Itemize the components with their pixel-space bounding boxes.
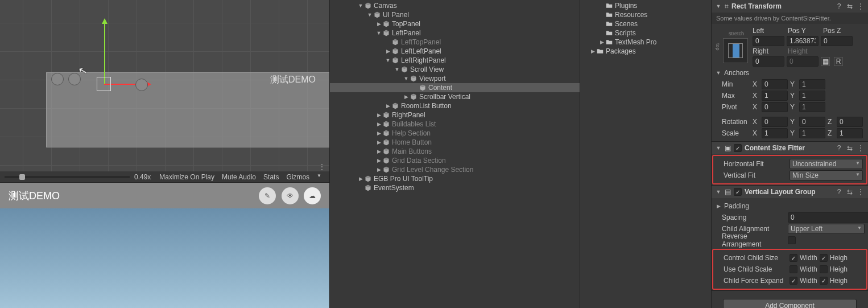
project-item[interactable]: Scenes <box>580 19 711 28</box>
hierarchy-item[interactable]: EGB Pro UI ToolTip <box>330 174 580 183</box>
usescale-height-checkbox[interactable] <box>820 265 828 273</box>
right-field[interactable] <box>753 56 784 67</box>
help-icon[interactable]: ? <box>835 188 843 196</box>
rot-y[interactable] <box>799 117 825 127</box>
mute-audio-button[interactable]: Mute Audio <box>218 172 259 182</box>
expand-width-checkbox[interactable] <box>790 277 797 285</box>
foldout-icon[interactable] <box>375 112 382 118</box>
hierarchy-item[interactable]: Canvas <box>330 1 580 10</box>
project-item[interactable]: Plugins <box>580 1 711 10</box>
usescale-width-checkbox[interactable] <box>790 265 797 273</box>
menu-icon[interactable]: ⋮ <box>857 144 865 152</box>
project-item[interactable]: TextMesh Pro <box>580 38 711 47</box>
foldout-icon[interactable] <box>715 189 722 195</box>
scale-x[interactable] <box>762 128 788 138</box>
height-field[interactable] <box>787 56 819 67</box>
foldout-icon[interactable] <box>394 67 400 72</box>
vertical-fit-dropdown[interactable]: Min Size <box>790 170 863 180</box>
hierarchy-item[interactable]: Grid Level Change Section <box>330 165 580 174</box>
preset-icon[interactable]: ⇆ <box>846 188 854 196</box>
foldout-icon[interactable] <box>375 121 382 127</box>
hierarchy-item[interactable]: LeftRightPanel <box>330 56 580 65</box>
foldout-icon[interactable] <box>375 130 382 136</box>
project-item[interactable]: Resources <box>580 10 711 19</box>
pivot-x[interactable] <box>762 102 788 112</box>
gizmo-center[interactable] <box>97 77 111 91</box>
menu-icon[interactable]: ⋮ <box>857 2 865 10</box>
foldout-icon[interactable] <box>375 158 382 163</box>
foldout-icon[interactable] <box>598 39 605 45</box>
game-view[interactable]: 测试DEMO ✎ 👁 ☁ <box>0 183 329 308</box>
hierarchy-item[interactable]: Buildables List <box>330 120 580 129</box>
foldout-icon[interactable] <box>375 149 382 154</box>
control-width-checkbox[interactable] <box>790 254 797 262</box>
anchor-min-y[interactable] <box>799 79 825 89</box>
posy-field[interactable] <box>787 36 819 46</box>
scale-y[interactable] <box>799 128 825 138</box>
hierarchy-item[interactable]: Content <box>330 83 580 92</box>
hierarchy-item[interactable]: Grid Data Section <box>330 156 580 165</box>
foldout-icon[interactable] <box>385 48 391 54</box>
maximize-on-play-button[interactable]: Maximize On Play <box>156 172 218 182</box>
anchor-preset-button[interactable] <box>723 38 748 63</box>
foldout-icon[interactable] <box>715 145 722 151</box>
foldout-icon[interactable] <box>375 30 382 36</box>
hierarchy-item[interactable]: Scrollbar Vertical <box>330 92 580 101</box>
hierarchy-item[interactable]: RightPanel <box>330 110 580 120</box>
control-height-checkbox[interactable] <box>820 254 828 262</box>
hierarchy-item[interactable]: LeftTopPanel <box>330 38 580 47</box>
add-component-button[interactable]: Add Component <box>723 299 857 308</box>
spacing-field[interactable] <box>788 212 868 223</box>
foldout-icon[interactable] <box>403 94 410 100</box>
hierarchy-item[interactable]: LeftLeftPanel <box>330 47 580 56</box>
foldout-icon[interactable] <box>385 58 391 63</box>
component-enabled-checkbox[interactable] <box>734 144 742 152</box>
anchor-max-y[interactable] <box>799 91 825 101</box>
foldout-icon[interactable] <box>357 176 364 182</box>
foldout-icon[interactable] <box>375 21 382 27</box>
rot-x[interactable] <box>762 117 788 127</box>
hierarchy-item[interactable]: TopPanel <box>330 19 580 28</box>
gizmos-button[interactable]: Gizmos <box>283 172 313 182</box>
foldout-icon[interactable] <box>375 139 382 145</box>
child-alignment-dropdown[interactable]: Upper Left <box>788 224 865 234</box>
help-icon[interactable]: ? <box>835 2 843 10</box>
foldout-icon[interactable] <box>366 12 373 18</box>
hierarchy-item[interactable]: UI Panel <box>330 10 580 19</box>
posz-field[interactable] <box>821 36 853 46</box>
left-field[interactable] <box>753 36 784 46</box>
foldout-icon[interactable] <box>375 167 382 173</box>
menu-icon[interactable]: ⋮ <box>857 188 865 196</box>
foldout-icon[interactable] <box>385 103 391 109</box>
game-eye-icon[interactable]: 👁 <box>282 187 299 204</box>
preset-icon[interactable]: ⇆ <box>846 2 854 10</box>
reverse-checkbox[interactable] <box>788 236 796 244</box>
stats-button[interactable]: Stats <box>260 172 282 182</box>
scene-view[interactable]: 测试DEMO <box>0 0 329 171</box>
anchor-min-x[interactable] <box>762 79 788 89</box>
panel-menu-icon[interactable]: ⋮ <box>319 163 325 171</box>
raw-edit-button[interactable]: R <box>834 57 843 66</box>
hierarchy-item[interactable]: Help Section <box>330 129 580 138</box>
expand-height-checkbox[interactable] <box>820 277 828 285</box>
foldout-icon[interactable] <box>403 76 410 81</box>
horizontal-fit-dropdown[interactable]: Unconstrained <box>790 159 863 169</box>
hierarchy-item[interactable]: LeftPanel <box>330 28 580 38</box>
help-icon[interactable]: ? <box>835 144 843 152</box>
zoom-slider[interactable] <box>5 176 130 178</box>
hierarchy-item[interactable]: Viewport <box>330 74 580 83</box>
game-edit-icon[interactable]: ✎ <box>259 187 276 204</box>
foldout-icon[interactable] <box>715 3 722 9</box>
hierarchy-item[interactable]: Scroll View <box>330 65 580 74</box>
hierarchy-item[interactable]: Main Buttons <box>330 147 580 156</box>
component-enabled-checkbox[interactable] <box>734 188 742 196</box>
scale-z[interactable] <box>837 128 863 138</box>
gizmos-dropdown-icon[interactable]: ▼ <box>313 172 325 182</box>
hierarchy-item[interactable]: RoomList Button <box>330 101 580 110</box>
foldout-icon[interactable] <box>357 3 364 9</box>
hierarchy-item[interactable]: Home Button <box>330 138 580 147</box>
hierarchy-item[interactable]: EventSystem <box>330 183 580 192</box>
rot-z[interactable] <box>837 117 863 127</box>
preset-icon[interactable]: ⇆ <box>846 144 854 152</box>
project-item[interactable]: Packages <box>580 47 711 56</box>
